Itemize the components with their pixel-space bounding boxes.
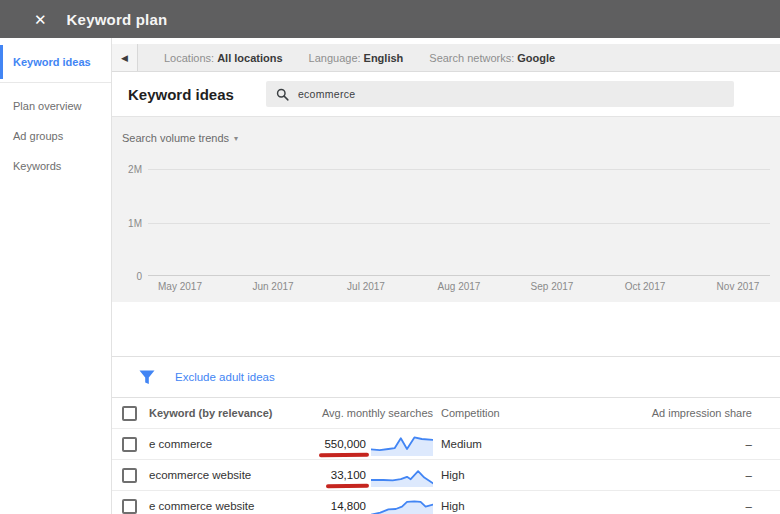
x-tick-label: May 2017	[150, 281, 210, 292]
y-tick-label: 0	[136, 271, 142, 282]
column-avg-monthly-searches[interactable]: Avg. monthly searches	[318, 407, 433, 419]
close-icon[interactable]: ✕	[34, 12, 47, 27]
trend-sparkline	[371, 432, 433, 456]
app-title: Keyword plan	[67, 11, 168, 28]
filter-value: Google	[517, 52, 555, 64]
filter-value: All locations	[217, 52, 282, 64]
filter-label: Locations:	[164, 52, 214, 64]
targeting-toolbar: ◀ Locations:All locationsLanguage:Englis…	[112, 44, 780, 72]
collapse-panel-button[interactable]: ◀	[112, 44, 138, 71]
avg-searches-cell: 14,800	[318, 494, 433, 514]
competition-cell: Medium	[433, 438, 583, 450]
table-row[interactable]: e commerce550,000Medium–	[112, 428, 780, 459]
chart-plot-area	[148, 169, 770, 276]
table-header: Keyword (by relevance) Avg. monthly sear…	[112, 397, 780, 428]
x-tick-label: Sep 2017	[522, 281, 582, 292]
toolbar-filter-language-[interactable]: Language:English	[309, 52, 404, 64]
avg-searches-value: 550,000	[324, 438, 366, 450]
avg-searches-value: 33,100	[331, 469, 366, 481]
ad-impression-share-cell: –	[583, 469, 780, 481]
ad-impression-share-cell: –	[583, 500, 780, 512]
sidebar-item-ad-groups[interactable]: Ad groups	[0, 121, 111, 151]
column-keyword[interactable]: Keyword (by relevance)	[149, 407, 318, 419]
search-volume-card: Search volume trends ▾ 2M1M0 May 2017Jun…	[112, 117, 780, 302]
trend-sparkline	[371, 494, 433, 514]
y-tick-label: 2M	[128, 164, 142, 175]
toolbar-filter-locations-[interactable]: Locations:All locations	[164, 52, 283, 64]
y-tick-label: 1M	[128, 217, 142, 228]
main-content: ◀ Locations:All locationsLanguage:Englis…	[112, 38, 780, 514]
competition-cell: High	[433, 469, 583, 481]
x-tick-label: Aug 2017	[429, 281, 489, 292]
keyword-plan-app: ✕ Keyword plan Keyword ideasPlan overvie…	[0, 0, 780, 514]
x-tick-label: Jun 2017	[243, 281, 303, 292]
search-icon	[276, 88, 289, 101]
competition-cell: High	[433, 500, 583, 512]
x-tick-label: Jul 2017	[336, 281, 396, 292]
sidebar-divider	[0, 82, 111, 83]
select-all-checkbox[interactable]	[122, 406, 137, 421]
chart-y-axis: 2M1M0	[122, 169, 148, 276]
x-tick-label: Oct 2017	[615, 281, 675, 292]
toolbar-filter-search-networks-[interactable]: Search networks:Google	[429, 52, 555, 64]
sidebar: Keyword ideasPlan overviewAd groupsKeywo…	[0, 38, 112, 514]
app-header: ✕ Keyword plan	[0, 0, 780, 38]
sidebar-item-plan-overview[interactable]: Plan overview	[0, 91, 111, 121]
table-row[interactable]: ecommerce website33,100High–	[112, 459, 780, 490]
avg-searches-cell: 33,100	[318, 463, 433, 487]
trend-sparkline	[371, 463, 433, 487]
chart-x-axis: May 2017Jun 2017Jul 2017Aug 2017Sep 2017…	[148, 276, 770, 296]
chart-type-dropdown[interactable]: Search volume trends ▾	[122, 117, 238, 144]
page-title: Keyword ideas	[128, 86, 234, 103]
column-ad-impression-share[interactable]: Ad impression share	[583, 407, 780, 419]
toolbar-filters: Locations:All locationsLanguage:EnglishS…	[138, 52, 555, 64]
row-checkbox[interactable]	[122, 468, 137, 483]
avg-searches-cell: 550,000	[318, 432, 433, 456]
column-competition[interactable]: Competition	[433, 407, 583, 419]
chart-dropdown-label: Search volume trends	[122, 132, 229, 144]
left-arrow-icon: ◀	[121, 53, 128, 63]
filter-row: Exclude adult ideas	[112, 356, 780, 397]
table-body: e commerce550,000Medium–ecommerce websit…	[112, 428, 780, 514]
filter-label: Search networks:	[429, 52, 514, 64]
filter-label: Language:	[309, 52, 361, 64]
table-row[interactable]: e commerce website14,800High–	[112, 490, 780, 514]
sidebar-item-keyword-ideas[interactable]: Keyword ideas	[0, 45, 111, 79]
keyword-search-input[interactable]: ecommerce	[266, 81, 734, 107]
content-spacer	[112, 302, 780, 356]
title-row: Keyword ideas ecommerce	[112, 72, 780, 117]
x-tick-label: Nov 2017	[708, 281, 768, 292]
ad-impression-share-cell: –	[583, 438, 780, 450]
search-query-text: ecommerce	[298, 88, 356, 100]
keyword-cell: e commerce	[149, 438, 318, 450]
sidebar-nav: Keyword ideasPlan overviewAd groupsKeywo…	[0, 45, 111, 181]
filter-funnel-icon[interactable]	[139, 370, 155, 385]
filter-value: English	[364, 52, 404, 64]
keyword-cell: e commerce website	[149, 500, 318, 512]
bar-chart: 2M1M0	[122, 169, 770, 276]
chevron-down-icon: ▾	[234, 134, 238, 143]
keyword-cell: ecommerce website	[149, 469, 318, 481]
sidebar-item-keywords[interactable]: Keywords	[0, 151, 111, 181]
exclude-adult-ideas-link[interactable]: Exclude adult ideas	[175, 371, 275, 383]
row-checkbox[interactable]	[122, 499, 137, 514]
row-checkbox[interactable]	[122, 437, 137, 452]
avg-searches-value: 14,800	[331, 500, 366, 512]
